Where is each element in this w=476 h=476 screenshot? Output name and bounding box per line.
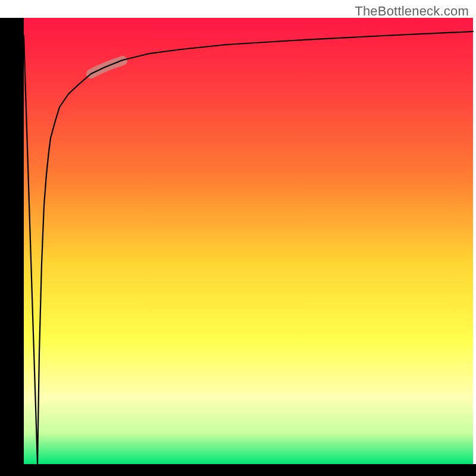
x-axis	[0, 464, 476, 476]
plot-background	[24, 18, 473, 464]
y-axis	[0, 18, 24, 464]
chart-plot	[0, 0, 476, 476]
chart-container: { "attribution": "TheBottleneck.com", "c…	[0, 0, 476, 476]
attribution-text: TheBottleneck.com	[355, 4, 469, 19]
